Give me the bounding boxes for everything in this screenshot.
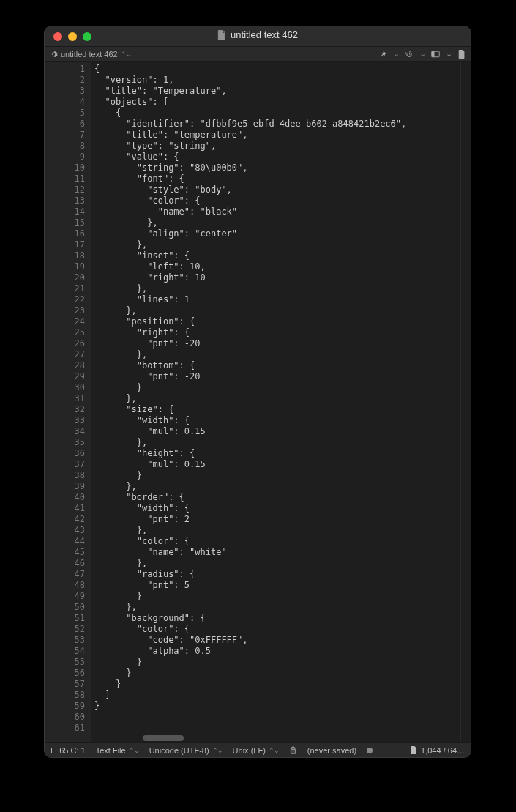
line-number: 48 [45,580,85,591]
line-number: 20 [45,272,85,283]
history-icon[interactable] [405,50,414,59]
close-button[interactable] [53,32,62,41]
document-stats[interactable]: 1,044 / 64… [410,746,465,755]
line-number: 59 [45,701,85,712]
line-number: 50 [45,602,85,613]
vertical-scrollbar[interactable] [460,62,471,742]
line-number: 4 [45,97,85,108]
line-number: 30 [45,382,85,393]
cursor-position[interactable]: L: 65 C: 1 [51,746,86,755]
line-number: 5 [45,108,85,119]
document-icon [217,30,226,40]
line-number: 52 [45,624,85,635]
line-number: 18 [45,250,85,261]
horizontal-scrollbar-thumb[interactable] [143,735,184,741]
line-number: 60 [45,712,85,723]
line-number: 27 [45,349,85,360]
line-number: 19 [45,261,85,272]
line-endings-selector[interactable]: Unix (LF)⌃⌄ [233,746,279,755]
line-number: 28 [45,360,85,371]
status-bar: L: 65 C: 1 Text File⌃⌄ Unicode (UTF-8)⌃⌄… [45,742,471,757]
editor-area: 1234567891011121314151617181920212223242… [45,62,471,742]
chevron-down-icon-2[interactable]: ⌄ [419,49,425,59]
line-number: 29 [45,371,85,382]
sidebar-icon[interactable] [431,50,440,59]
line-number: 42 [45,514,85,525]
line-number: 40 [45,492,85,503]
line-number: 53 [45,635,85,646]
line-number: 35 [45,437,85,448]
line-number: 1 [45,64,85,75]
line-number: 23 [45,305,85,316]
line-number: 56 [45,668,85,679]
line-number: 38 [45,470,85,481]
line-number: 41 [45,503,85,514]
chevron-down-icon-3[interactable]: ⌄ [446,49,452,59]
line-number-gutter[interactable]: 1234567891011121314151617181920212223242… [45,62,91,742]
line-number: 16 [45,228,85,239]
line-number: 6 [45,119,85,130]
line-number: 24 [45,316,85,327]
line-number: 17 [45,239,85,250]
line-number: 2 [45,75,85,86]
window-title: untitled text 462 [231,29,298,40]
line-number: 21 [45,283,85,294]
line-number: 25 [45,327,85,338]
modified-indicator-icon [367,748,373,753]
line-number: 22 [45,294,85,305]
line-number: 46 [45,558,85,569]
zoom-button[interactable] [83,32,91,41]
horizontal-scrollbar[interactable] [141,734,447,742]
traffic-lights [53,32,91,41]
line-number: 26 [45,338,85,349]
line-number: 39 [45,481,85,492]
path-stepper-icon[interactable]: ⌃⌄ [121,51,131,58]
titlebar[interactable]: untitled text 462 [45,26,471,47]
line-number: 44 [45,536,85,547]
line-number: 58 [45,690,85,701]
line-number: 55 [45,657,85,668]
chevron-down-icon[interactable]: ⌄ [393,49,399,59]
line-number: 32 [45,404,85,415]
line-number: 31 [45,393,85,404]
line-number: 47 [45,569,85,580]
line-number: 51 [45,613,85,624]
line-number: 57 [45,679,85,690]
line-number: 7 [45,130,85,141]
lock-icon[interactable] [289,746,297,754]
line-number: 15 [45,217,85,228]
line-number: 3 [45,86,85,97]
line-number: 9 [45,152,85,163]
svg-rect-1 [432,51,435,57]
line-number: 54 [45,646,85,657]
line-number: 43 [45,525,85,536]
line-number: 8 [45,141,85,152]
line-number: 37 [45,459,85,470]
line-number: 45 [45,547,85,558]
line-number: 36 [45,448,85,459]
document-path[interactable]: untitled text 462 [61,50,118,59]
file-type-selector[interactable]: Text File⌃⌄ [96,746,139,755]
line-number: 14 [45,206,85,217]
encoding-selector[interactable]: Unicode (UTF-8)⌃⌄ [149,746,223,755]
path-bar: untitled text 462 ⌃⌄ ⌄ ⌄ ⌄ [45,47,471,62]
line-number: 10 [45,163,85,174]
saved-status: (never saved) [307,746,356,755]
pin-icon[interactable] [378,50,387,59]
line-number: 49 [45,591,85,602]
minimize-button[interactable] [68,32,77,41]
line-number: 13 [45,195,85,206]
gear-icon[interactable] [49,50,58,59]
line-number: 12 [45,185,85,195]
document-icon-small[interactable] [457,50,466,59]
editor-window: untitled text 462 untitled text 462 ⌃⌄ ⌄… [44,26,471,758]
code-content[interactable]: { "version": 1, "title": "Temperature", … [91,62,460,725]
line-number: 33 [45,415,85,426]
line-number: 11 [45,174,85,185]
line-number: 61 [45,723,85,734]
line-number: 34 [45,426,85,437]
